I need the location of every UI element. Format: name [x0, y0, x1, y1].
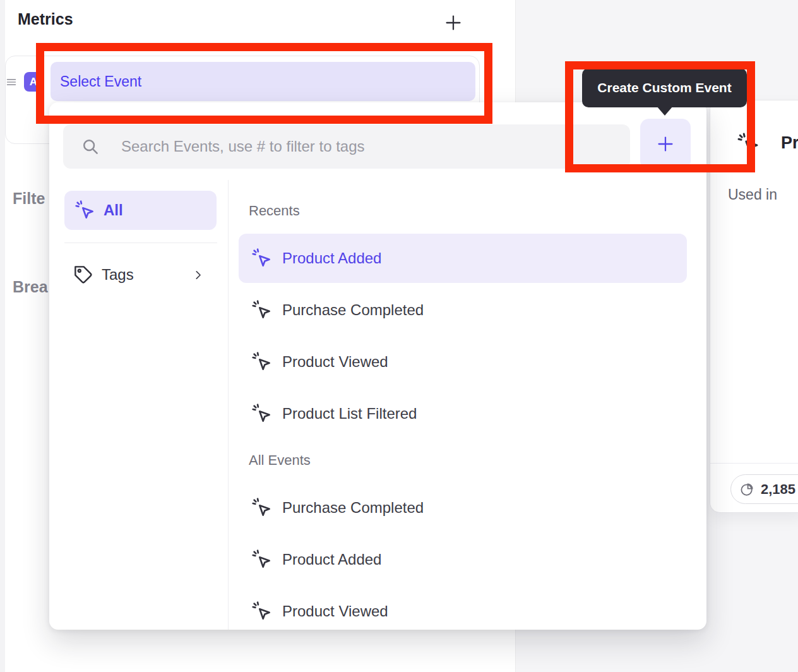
event-count-badge[interactable]: 2,185	[730, 474, 798, 504]
event-option[interactable]: Product Added	[239, 535, 687, 584]
used-in-label: Used in	[728, 186, 777, 203]
add-metric-button[interactable]	[441, 10, 466, 35]
event-section-header: Recents	[239, 197, 687, 225]
event-icon	[251, 549, 273, 570]
event-search-box	[63, 124, 630, 169]
chevron-right-icon	[191, 268, 205, 282]
event-option[interactable]: Purchase Completed	[239, 483, 687, 532]
event-option[interactable]: Product Added	[239, 234, 687, 283]
event-icon	[251, 601, 273, 622]
event-option[interactable]: Product Viewed	[239, 337, 687, 387]
plus-icon	[655, 134, 676, 154]
create-custom-event-button[interactable]	[640, 119, 691, 169]
left-gutter	[0, 0, 5, 672]
event-option-label: Purchase Completed	[282, 301, 424, 319]
event-icon	[251, 403, 273, 424]
detail-divider	[710, 463, 798, 464]
event-option-label: Product Viewed	[282, 353, 388, 371]
event-icon	[251, 248, 273, 269]
event-option-label: Product Viewed	[282, 603, 388, 620]
event-picker-dropdown: All Tags RecentsProduct AddedPurchase Co…	[49, 102, 706, 630]
select-event-field[interactable]: Select Event	[51, 62, 475, 101]
drag-handle-icon[interactable]	[4, 75, 18, 89]
list-column-divider	[228, 180, 229, 630]
pie-chart-icon	[739, 482, 754, 497]
event-icon	[737, 132, 761, 156]
event-section-header: All Events	[239, 447, 687, 474]
event-list: RecentsProduct AddedPurchase CompletedPr…	[239, 197, 687, 639]
event-option[interactable]: Purchase Completed	[239, 285, 687, 335]
tooltip-caret	[657, 106, 673, 116]
select-event-label: Select Event	[60, 73, 141, 90]
tag-icon	[73, 265, 93, 285]
event-search-input[interactable]	[63, 124, 630, 169]
event-option-label: Product List Filtered	[282, 405, 417, 423]
plus-icon	[443, 13, 463, 33]
metrics-section-title: Metrics	[18, 10, 73, 28]
event-option[interactable]: Product List Filtered	[239, 389, 687, 438]
filters-label-clipped: Filte	[13, 189, 45, 208]
event-detail-title-clipped: Pr	[781, 133, 798, 153]
sidebar-item-all[interactable]: All	[64, 191, 217, 230]
metric-letter-badge: A	[24, 72, 43, 92]
screen: Metrics Filte Brea A Select Event All Ta…	[0, 0, 798, 672]
event-option-label: Purchase Completed	[282, 499, 424, 517]
tooltip-text: Create Custom Event	[597, 80, 731, 95]
event-icon	[74, 200, 96, 221]
create-custom-event-tooltip: Create Custom Event	[582, 68, 747, 107]
event-icon	[251, 497, 273, 519]
sidebar-all-label: All	[104, 201, 123, 219]
sidebar-item-tags[interactable]: Tags	[64, 256, 217, 293]
event-option-label: Product Added	[282, 249, 381, 267]
event-icon	[251, 299, 273, 321]
event-option-label: Product Added	[282, 551, 381, 568]
sidebar-tags-label: Tags	[102, 266, 183, 284]
event-detail-card: Pr Used in 2,185	[710, 100, 798, 513]
event-option[interactable]: Product Viewed	[239, 587, 687, 636]
breakdowns-label-clipped: Brea	[13, 278, 48, 296]
sidebar-divider	[64, 243, 217, 243]
event-icon	[251, 351, 273, 373]
event-count-value: 2,185	[761, 481, 795, 498]
